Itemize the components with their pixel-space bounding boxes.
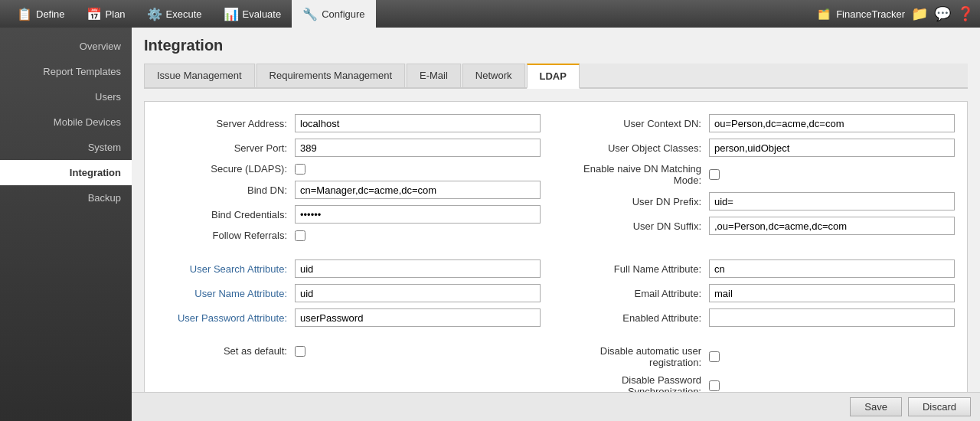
bind-dn-input[interactable]	[295, 181, 541, 199]
set-as-default-checkbox[interactable]	[295, 346, 305, 357]
disable-pw-sync-checkbox[interactable]	[709, 380, 720, 391]
tab-network[interactable]: Network	[462, 64, 525, 87]
briefcase-icon: 🗂️	[818, 8, 830, 20]
server-port-row: Server Port:	[157, 139, 541, 157]
discard-button[interactable]: Discard	[908, 397, 971, 416]
user-search-attr-input[interactable]	[295, 259, 541, 278]
full-name-attr-input[interactable]	[709, 259, 955, 278]
sidebar-item-report-templates[interactable]: Report Templates	[0, 59, 132, 84]
bind-credentials-input[interactable]	[295, 205, 541, 224]
sidebar: Overview Report Templates Users Mobile D…	[0, 28, 132, 421]
user-search-attr-row: User Search Attribute:	[157, 259, 541, 278]
disable-auto-reg-checkbox[interactable]	[709, 351, 720, 362]
top-navigation: 📋 Define 📅 Plan ⚙️ Execute 📊 Evaluate 🔧 …	[0, 0, 980, 28]
nav-execute[interactable]: ⚙️ Execute	[136, 0, 213, 28]
tab-ldap[interactable]: LDAP	[527, 64, 580, 89]
form-grid-mid: User Search Attribute: User Name Attribu…	[157, 259, 955, 333]
server-address-label: Server Address:	[157, 118, 295, 129]
folder-icon[interactable]: 📁	[911, 5, 928, 22]
form-left2: User Search Attribute: User Name Attribu…	[157, 259, 541, 333]
bottom-bar: Save Discard	[132, 392, 980, 421]
email-attr-input[interactable]	[709, 284, 955, 302]
top-nav-right: 🗂️ FinanceTracker 📁 💬 ❓	[818, 5, 974, 22]
sidebar-item-users[interactable]: Users	[0, 84, 132, 109]
follow-referrals-checkbox[interactable]	[295, 230, 305, 241]
user-object-classes-input[interactable]	[709, 139, 955, 157]
bind-credentials-row: Bind Credentials:	[157, 205, 541, 224]
plan-icon: 📅	[87, 7, 102, 21]
help-icon[interactable]: ❓	[957, 5, 974, 22]
tab-email[interactable]: E-Mail	[407, 64, 461, 87]
server-address-input[interactable]	[295, 114, 541, 132]
user-dn-prefix-label: User DN Prefix:	[571, 196, 709, 207]
user-name-attr-input[interactable]	[295, 284, 541, 302]
follow-referrals-label: Follow Referrals:	[157, 230, 295, 241]
follow-referrals-row: Follow Referrals:	[157, 230, 541, 241]
user-dn-suffix-label: User DN Suffix:	[571, 220, 709, 232]
user-context-dn-input[interactable]	[709, 114, 955, 132]
nav-define[interactable]: 📋 Define	[6, 0, 76, 28]
main-content: Integration Issue Management Requirement…	[132, 28, 980, 421]
nav-evaluate[interactable]: 📊 Evaluate	[213, 0, 292, 28]
full-name-attr-label: Full Name Attribute:	[571, 263, 709, 275]
enable-naive-dn-row: Enable naive DN Matching Mode:	[571, 163, 955, 186]
chat-icon[interactable]: 💬	[934, 5, 951, 22]
bind-credentials-label: Bind Credentials:	[157, 209, 295, 220]
enable-naive-dn-label: Enable naive DN Matching Mode:	[571, 163, 709, 186]
server-address-row: Server Address:	[157, 114, 541, 132]
enabled-attr-label: Enabled Attribute:	[571, 312, 709, 324]
user-context-dn-row: User Context DN:	[571, 114, 955, 132]
sidebar-item-system[interactable]: System	[0, 135, 132, 160]
main-layout: Overview Report Templates Users Mobile D…	[0, 28, 980, 421]
sidebar-item-integration[interactable]: Integration	[0, 160, 132, 185]
email-attr-row: Email Attribute:	[571, 284, 955, 302]
user-object-classes-label: User Object Classes:	[571, 142, 709, 154]
tab-issue-management[interactable]: Issue Management	[144, 64, 255, 87]
enabled-attr-row: Enabled Attribute:	[571, 308, 955, 327]
sidebar-item-backup[interactable]: Backup	[0, 185, 132, 210]
enable-naive-dn-checkbox[interactable]	[709, 169, 720, 180]
sidebar-item-mobile-devices[interactable]: Mobile Devices	[0, 109, 132, 135]
form-right2: Full Name Attribute: Email Attribute: En…	[571, 259, 955, 333]
user-name-attr-label: User Name Attribute:	[157, 288, 295, 299]
user-search-attr-label: User Search Attribute:	[157, 263, 295, 275]
secure-ldaps-label: Secure (LDAPS):	[157, 163, 295, 175]
server-port-label: Server Port:	[157, 142, 295, 154]
execute-icon: ⚙️	[147, 7, 162, 21]
ldap-form: Server Address: Server Port: Secure (LDA…	[144, 101, 968, 421]
page-title: Integration	[144, 37, 968, 54]
bind-dn-label: Bind DN:	[157, 184, 295, 196]
configure-icon: 🔧	[302, 7, 318, 21]
email-attr-label: Email Attribute:	[571, 288, 709, 299]
content-wrapper: Integration Issue Management Requirement…	[132, 28, 980, 421]
user-password-attr-input[interactable]	[295, 308, 541, 327]
user-dn-suffix-row: User DN Suffix:	[571, 217, 955, 235]
secure-ldaps-row: Secure (LDAPS):	[157, 163, 541, 175]
tab-requirements-management[interactable]: Requirements Management	[256, 64, 405, 87]
server-port-input[interactable]	[295, 139, 541, 157]
user-object-classes-row: User Object Classes:	[571, 139, 955, 157]
user-dn-prefix-row: User DN Prefix:	[571, 192, 955, 210]
bind-dn-row: Bind DN:	[157, 181, 541, 199]
user-password-attr-label: User Password Attribute:	[157, 312, 295, 324]
form-left: Server Address: Server Port: Secure (LDA…	[157, 114, 541, 247]
nav-configure[interactable]: 🔧 Configure	[292, 0, 375, 28]
enabled-attr-input[interactable]	[709, 308, 955, 327]
form-grid-top: Server Address: Server Port: Secure (LDA…	[157, 114, 955, 247]
define-icon: 📋	[17, 7, 32, 21]
nav-plan[interactable]: 📅 Plan	[76, 0, 136, 28]
disable-auto-reg-label: Disable automatic user registration:	[571, 345, 709, 368]
full-name-attr-row: Full Name Attribute:	[571, 259, 955, 278]
user-name-attr-row: User Name Attribute:	[157, 284, 541, 302]
user-dn-prefix-input[interactable]	[709, 192, 955, 210]
secure-ldaps-checkbox[interactable]	[295, 164, 305, 175]
user-dn-suffix-input[interactable]	[709, 217, 955, 235]
set-as-default-label: Set as default:	[157, 345, 295, 357]
sidebar-item-overview[interactable]: Overview	[0, 34, 132, 59]
user-context-dn-label: User Context DN:	[571, 118, 709, 129]
evaluate-icon: 📊	[224, 7, 239, 21]
tab-bar: Issue Management Requirements Management…	[144, 64, 968, 89]
disable-auto-reg-row: Disable automatic user registration:	[571, 345, 955, 368]
set-as-default-row: Set as default:	[157, 345, 541, 357]
save-button[interactable]: Save	[850, 397, 902, 416]
